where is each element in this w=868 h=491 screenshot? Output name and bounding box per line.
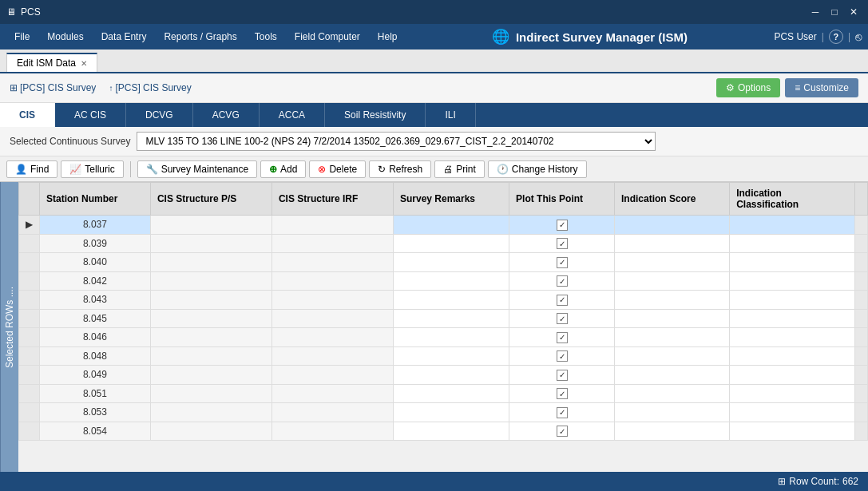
station-number-cell[interactable]: 8.048: [40, 346, 151, 366]
plot-this-point-checkbox[interactable]: [557, 388, 568, 399]
menu-field-computer[interactable]: Field Computer: [287, 28, 368, 46]
table-row[interactable]: 8.039: [19, 234, 868, 253]
menu-tools[interactable]: Tools: [247, 28, 285, 46]
plot-this-point-checkbox[interactable]: [557, 220, 568, 231]
refresh-button[interactable]: ↻ Refresh: [369, 160, 431, 178]
cis-structure-ps-cell[interactable]: [150, 384, 271, 403]
cis-structure-irf-cell[interactable]: [271, 291, 393, 310]
station-number-cell[interactable]: 8.040: [40, 253, 151, 272]
indication-score-cell[interactable]: [615, 422, 730, 441]
table-row[interactable]: 8.048: [19, 346, 868, 366]
tab-dcvg[interactable]: DCVG: [126, 103, 193, 127]
indication-classification-cell[interactable]: [730, 291, 855, 310]
add-button[interactable]: ⊕ Add: [260, 160, 306, 178]
indication-score-cell[interactable]: [615, 366, 730, 385]
cis-structure-irf-cell[interactable]: [271, 328, 393, 347]
plot-this-point-checkbox[interactable]: [557, 238, 568, 249]
cis-structure-irf-cell[interactable]: [271, 271, 393, 291]
table-row[interactable]: 8.053: [19, 403, 868, 422]
tab-close-icon[interactable]: ✕: [81, 59, 87, 68]
station-number-cell[interactable]: 8.037: [40, 216, 151, 235]
survey-link-2[interactable]: ↑ [PCS] CIS Survey: [109, 82, 191, 93]
plot-this-point-cell[interactable]: [509, 253, 615, 272]
table-row[interactable]: ▶8.037: [19, 216, 868, 235]
tab-ac-cis[interactable]: AC CIS: [55, 103, 126, 127]
plot-this-point-cell[interactable]: [509, 271, 615, 291]
table-wrapper[interactable]: Station Number CIS Structure P/S CIS Str…: [18, 182, 868, 472]
plot-this-point-checkbox[interactable]: [557, 275, 568, 287]
station-number-cell[interactable]: 8.045: [40, 309, 151, 328]
survey-remarks-cell[interactable]: [393, 216, 509, 235]
station-number-cell[interactable]: 8.051: [40, 384, 151, 403]
plot-this-point-cell[interactable]: [509, 291, 615, 310]
plot-this-point-cell[interactable]: [509, 366, 615, 385]
table-row[interactable]: 8.045: [19, 309, 868, 328]
indication-score-cell[interactable]: [615, 384, 730, 403]
indication-classification-cell[interactable]: [730, 328, 855, 347]
indication-classification-cell[interactable]: [730, 346, 855, 366]
indication-score-cell[interactable]: [615, 216, 730, 235]
indication-score-cell[interactable]: [615, 328, 730, 347]
cis-structure-irf-cell[interactable]: [271, 346, 393, 366]
cis-structure-ps-cell[interactable]: [150, 216, 271, 235]
indication-classification-cell[interactable]: [730, 366, 855, 385]
indication-classification-cell[interactable]: [730, 403, 855, 422]
plot-this-point-cell[interactable]: [509, 422, 615, 441]
table-row[interactable]: 8.040: [19, 253, 868, 272]
cis-structure-ps-cell[interactable]: [150, 253, 271, 272]
plot-this-point-checkbox[interactable]: [557, 407, 568, 418]
indication-score-cell[interactable]: [615, 271, 730, 291]
indication-score-cell[interactable]: [615, 253, 730, 272]
plot-this-point-cell[interactable]: [509, 216, 615, 235]
survey-remarks-cell[interactable]: [393, 291, 509, 310]
menu-data-entry[interactable]: Data Entry: [93, 28, 155, 46]
plot-this-point-checkbox[interactable]: [557, 370, 568, 381]
indication-classification-cell[interactable]: [730, 216, 855, 235]
survey-remarks-cell[interactable]: [393, 328, 509, 347]
station-number-cell[interactable]: 8.049: [40, 366, 151, 385]
tab-acvg[interactable]: ACVG: [193, 103, 260, 127]
cis-structure-ps-cell[interactable]: [150, 291, 271, 310]
options-button[interactable]: ⚙ Options: [716, 78, 780, 97]
indication-classification-cell[interactable]: [730, 384, 855, 403]
cis-structure-irf-cell[interactable]: [271, 216, 393, 235]
menu-modules[interactable]: Modules: [39, 28, 91, 46]
survey-remarks-cell[interactable]: [393, 346, 509, 366]
plot-this-point-cell[interactable]: [509, 384, 615, 403]
minimize-button[interactable]: ─: [807, 4, 823, 20]
print-button[interactable]: 🖨 Print: [434, 160, 485, 178]
indication-score-cell[interactable]: [615, 234, 730, 253]
table-row[interactable]: 8.042: [19, 271, 868, 291]
plot-this-point-checkbox[interactable]: [557, 295, 568, 306]
survey-remarks-cell[interactable]: [393, 384, 509, 403]
table-row[interactable]: 8.054: [19, 422, 868, 441]
tab-ili[interactable]: ILI: [426, 103, 475, 127]
maximize-button[interactable]: □: [826, 4, 842, 20]
logout-icon[interactable]: ⎋: [855, 30, 862, 43]
plot-this-point-checkbox[interactable]: [557, 332, 568, 343]
table-row[interactable]: 8.051: [19, 384, 868, 403]
selected-rows-label[interactable]: Selected ROWs ....: [0, 182, 18, 472]
survey-remarks-cell[interactable]: [393, 422, 509, 441]
plot-this-point-checkbox[interactable]: [557, 350, 568, 362]
table-row[interactable]: 8.049: [19, 366, 868, 385]
table-row[interactable]: 8.046: [19, 328, 868, 347]
indication-classification-cell[interactable]: [730, 422, 855, 441]
survey-remarks-cell[interactable]: [393, 234, 509, 253]
survey-link-1[interactable]: ⊞ [PCS] CIS Survey: [10, 82, 96, 93]
plot-this-point-checkbox[interactable]: [557, 257, 568, 268]
station-number-cell[interactable]: 8.046: [40, 328, 151, 347]
plot-this-point-cell[interactable]: [509, 346, 615, 366]
station-number-cell[interactable]: 8.043: [40, 291, 151, 310]
menu-reports-graphs[interactable]: Reports / Graphs: [156, 28, 244, 46]
indication-score-cell[interactable]: [615, 291, 730, 310]
cis-structure-irf-cell[interactable]: [271, 422, 393, 441]
plot-this-point-cell[interactable]: [509, 328, 615, 347]
cis-structure-irf-cell[interactable]: [271, 384, 393, 403]
survey-remarks-cell[interactable]: [393, 253, 509, 272]
indication-score-cell[interactable]: [615, 403, 730, 422]
station-number-cell[interactable]: 8.053: [40, 403, 151, 422]
plot-this-point-checkbox[interactable]: [557, 426, 568, 437]
plot-this-point-cell[interactable]: [509, 234, 615, 253]
station-number-cell[interactable]: 8.042: [40, 271, 151, 291]
